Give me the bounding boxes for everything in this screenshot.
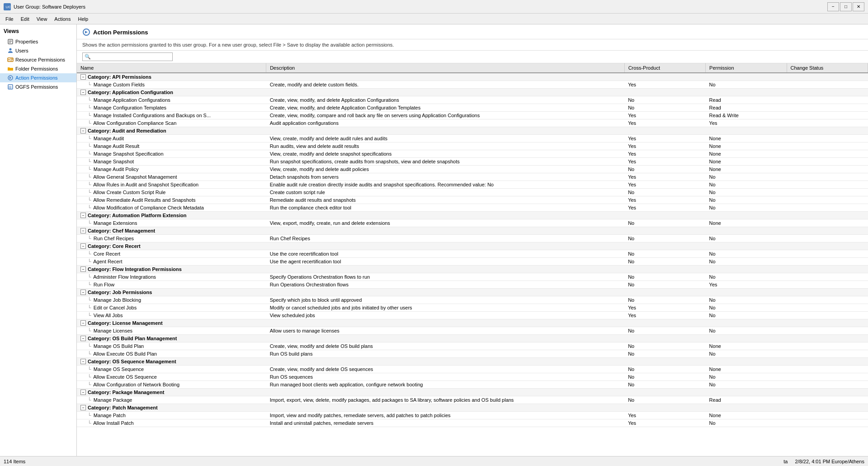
expand-icon[interactable]: − xyxy=(80,266,86,272)
expand-icon[interactable]: − xyxy=(80,228,86,233)
expand-icon[interactable]: − xyxy=(80,320,86,326)
expand-icon[interactable]: − xyxy=(80,128,86,133)
cell-description: Run OS build plans xyxy=(266,350,625,358)
cell-name: └ Manage Configuration Templates xyxy=(77,104,266,112)
table-row[interactable]: └ Manage Audit Policy View, create, modi… xyxy=(77,166,868,173)
tree-line: └ xyxy=(88,313,91,318)
expand-icon[interactable]: − xyxy=(80,405,86,410)
table-row[interactable]: └ Allow Execute OS Sequence Run OS seque… xyxy=(77,373,868,381)
table-row[interactable]: − Category: Audit and Remediation xyxy=(77,127,868,135)
expand-icon[interactable]: − xyxy=(80,213,86,218)
cell-cross-product: Yes xyxy=(624,412,705,419)
menu-file[interactable]: File xyxy=(2,14,17,24)
search-input-wrap[interactable]: 🔍 xyxy=(82,52,173,61)
minimize-button[interactable]: − xyxy=(827,2,839,11)
table-row[interactable]: − Category: Flow Integration Permissions xyxy=(77,266,868,273)
table-row[interactable]: − Category: Job Permissions xyxy=(77,289,868,296)
cell-cross-product: Yes xyxy=(624,304,705,312)
close-button[interactable]: ✕ xyxy=(853,2,864,11)
table-row[interactable]: └ Manage Extensions View, export, modify… xyxy=(77,219,868,227)
table-row[interactable]: − Category: OS Sequence Management xyxy=(77,358,868,366)
table-row[interactable]: − Category: Package Management xyxy=(77,389,868,396)
table-row[interactable]: └ Agent Recert Use the agent recertifica… xyxy=(77,258,868,266)
table-row[interactable]: − Category: License Management xyxy=(77,319,868,327)
table-row[interactable]: └ Edit or Cancel Jobs Modify or cancel s… xyxy=(77,304,868,312)
cell-name: └ Manage Snapshot xyxy=(77,158,266,166)
table-row[interactable]: └ Manage Snapshot Specification View, cr… xyxy=(77,150,868,158)
table-row[interactable]: − Category: Application Configuration xyxy=(77,89,868,96)
sidebar-item-ogfs-permissions[interactable]: ▤ OGFS Permissions xyxy=(0,82,76,91)
sidebar-item-action-permissions[interactable]: Action Permissions xyxy=(0,73,76,82)
category-name: − Category: Application Configuration xyxy=(77,89,868,96)
table-row[interactable]: └ Administer Flow Integrations Specify O… xyxy=(77,273,868,281)
table-row[interactable]: └ Manage Package Import, export, view, d… xyxy=(77,396,868,404)
expand-icon[interactable]: − xyxy=(80,336,86,341)
table-row[interactable]: └ View All Jobs View scheduled jobs Yes … xyxy=(77,312,868,319)
table-row[interactable]: − Category: API Permissions xyxy=(77,73,868,81)
cell-name: └ Agent Recert xyxy=(77,258,266,266)
tree-line: └ xyxy=(88,151,91,157)
menu-view[interactable]: View xyxy=(33,14,51,24)
table-row[interactable]: − Category: Core Recert xyxy=(77,243,868,250)
table-row[interactable]: └ Allow Execute OS Build Plan Run OS bui… xyxy=(77,350,868,358)
table-row[interactable]: − Category: Chef Management xyxy=(77,227,868,235)
cell-name: └ Manage Audit Result xyxy=(77,143,266,150)
cell-permission: None xyxy=(706,342,787,350)
table-row[interactable]: └ Manage OS Sequence Create, view, modif… xyxy=(77,366,868,373)
expand-icon[interactable]: − xyxy=(80,390,86,395)
sidebar-item-folder-permissions[interactable]: Folder Permissions xyxy=(0,64,76,73)
table-row[interactable]: └ Core Recert Use the core recertificati… xyxy=(77,250,868,258)
menu-edit[interactable]: Edit xyxy=(17,14,33,24)
expand-icon[interactable]: − xyxy=(80,359,86,364)
expand-icon[interactable]: − xyxy=(80,90,86,95)
table-row[interactable]: └ Allow Remediate Audit Results and Snap… xyxy=(77,196,868,204)
sidebar-item-users[interactable]: Users xyxy=(0,46,76,55)
maximize-button[interactable]: □ xyxy=(840,2,852,11)
table-row[interactable]: └ Manage Snapshot Run snapshot specifica… xyxy=(77,158,868,166)
table-row[interactable]: └ Manage Audit Result Run audits, view a… xyxy=(77,143,868,150)
sidebar-header: Views xyxy=(0,26,76,37)
table-row[interactable]: └ Allow Configuration of Network Booting… xyxy=(77,381,868,389)
expand-icon[interactable]: − xyxy=(80,243,86,249)
table-row[interactable]: └ Allow Modification of Compliance Check… xyxy=(77,204,868,212)
search-input[interactable] xyxy=(92,54,170,60)
cell-description: Create, view, modify, and delete Applica… xyxy=(266,104,625,112)
table-row[interactable]: └ Allow Rules in Audit and Snapshot Spec… xyxy=(77,181,868,189)
menu-actions[interactable]: Actions xyxy=(51,14,74,24)
cell-change-status xyxy=(787,104,868,112)
cell-permission: No xyxy=(706,189,787,196)
table-row[interactable]: └ Run Chef Recipes Run Chef Recipes No N… xyxy=(77,235,868,243)
cell-change-status xyxy=(787,96,868,104)
table-row[interactable]: └ Allow Configuration Compliance Scan Au… xyxy=(77,119,868,127)
table-row[interactable]: − Category: Automation Platform Extensio… xyxy=(77,212,868,219)
expand-icon[interactable]: − xyxy=(80,290,86,295)
table-row[interactable]: └ Manage Licenses Allow users to manage … xyxy=(77,327,868,335)
table-row[interactable]: └ Manage OS Build Plan Create, view, mod… xyxy=(77,342,868,350)
cell-change-status xyxy=(787,173,868,181)
expand-icon[interactable]: − xyxy=(80,74,86,80)
table-row[interactable]: └ Allow Install Patch Install and uninst… xyxy=(77,419,868,427)
sidebar-item-properties[interactable]: Properties xyxy=(0,37,76,46)
cell-cross-product: No xyxy=(624,96,705,104)
cell-permission: None xyxy=(706,158,787,166)
table-row[interactable]: − Category: Patch Management xyxy=(77,404,868,412)
sidebar-item-resource-permissions[interactable]: Resource Permissions xyxy=(0,55,76,64)
table-row[interactable]: └ Manage Configuration Templates Create,… xyxy=(77,104,868,112)
table-row[interactable]: └ Manage Application Configurations Crea… xyxy=(77,96,868,104)
table-row[interactable]: └ Manage Job Blocking Specify which jobs… xyxy=(77,296,868,304)
table-row[interactable]: └ Manage Installed Configurations and Ba… xyxy=(77,112,868,119)
table-row[interactable]: └ Allow General Snapshot Management Deta… xyxy=(77,173,868,181)
table-row[interactable]: └ Run Flow Run Operations Orchestration … xyxy=(77,281,868,289)
cell-permission: No xyxy=(706,204,787,212)
sidebar-label-properties: Properties xyxy=(15,39,38,44)
category-name: − Category: Automation Platform Extensio… xyxy=(77,212,868,219)
table-row[interactable]: − Category: OS Build Plan Management xyxy=(77,335,868,342)
table-row[interactable]: └ Manage Audit View, create, modify and … xyxy=(77,135,868,143)
table-row[interactable]: └ Allow Create Custom Script Rule Create… xyxy=(77,189,868,196)
table-row[interactable]: └ Manage Patch Import, view and modify p… xyxy=(77,412,868,419)
menu-help[interactable]: Help xyxy=(74,14,92,24)
cell-permission: No xyxy=(706,373,787,381)
cell-change-status xyxy=(787,189,868,196)
table-row[interactable]: └ Manage Custom Fields Create, modify an… xyxy=(77,81,868,89)
tree-line: └ xyxy=(88,97,91,103)
